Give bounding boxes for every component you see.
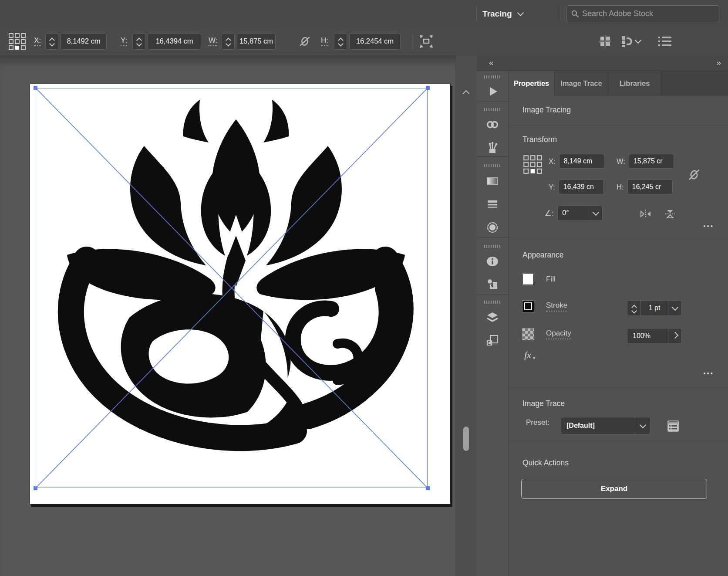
opacity-control[interactable]: 100% <box>627 328 682 344</box>
quick-actions-title: Quick Actions <box>522 458 569 468</box>
scroll-up-icon[interactable] <box>463 90 470 97</box>
transform-w-field[interactable]: 15,875 cr <box>629 154 674 169</box>
preset-value: [Default] <box>561 417 635 434</box>
flip-horizontal-icon[interactable] <box>639 208 652 220</box>
section-divider <box>509 239 728 239</box>
brushes-icon[interactable] <box>486 142 499 155</box>
selection-handle-top-left[interactable] <box>34 86 37 90</box>
vertical-scrollbar[interactable] <box>455 55 477 576</box>
workspace-switcher[interactable]: Tracing <box>482 0 523 27</box>
actions-play-icon[interactable] <box>486 85 499 98</box>
arrange-documents-icon[interactable] <box>599 27 611 55</box>
opacity-swatch[interactable] <box>522 329 534 340</box>
opacity-expand-arrow[interactable] <box>668 329 681 343</box>
reference-point-grid-icon[interactable] <box>8 27 26 55</box>
stroke-weight-control[interactable]: 1 pt <box>627 300 682 316</box>
tab-properties[interactable]: Properties <box>509 71 555 96</box>
chevron-down-icon <box>517 10 524 17</box>
dock-grip[interactable] <box>484 75 501 78</box>
menubar-separator <box>560 6 560 21</box>
transparency-dashed-circle-icon[interactable] <box>486 221 499 234</box>
fx-effects-button[interactable]: fx ▾ <box>524 349 535 361</box>
y-stepper[interactable] <box>132 27 145 55</box>
links-chain-icon[interactable] <box>486 118 499 131</box>
h-label: H: <box>321 36 328 46</box>
search-input[interactable]: Search Adobe Stock <box>566 5 719 22</box>
w-value-field[interactable]: 15,875 cm <box>237 33 276 50</box>
appearance-more-options[interactable]: ••• <box>703 369 714 377</box>
x-stepper[interactable] <box>45 27 58 55</box>
fill-swatch[interactable] <box>522 274 534 285</box>
w-stepper[interactable] <box>222 27 235 55</box>
stroke-weight-dropdown[interactable] <box>668 301 681 315</box>
properties-panel: Properties Image Trace Libraries Image T… <box>509 71 728 576</box>
info-icon[interactable] <box>486 255 499 268</box>
dock-grip[interactable] <box>484 245 501 248</box>
selection-bounding-box[interactable] <box>36 88 428 488</box>
dock-grip[interactable] <box>484 108 501 111</box>
unlink-proportions-icon[interactable] <box>686 165 702 185</box>
preset-dropdown-arrow[interactable] <box>635 417 650 434</box>
selection-handle-bottom-right[interactable] <box>426 486 430 490</box>
canvas-area[interactable]: Black ornamental tulip flower with swirl… <box>0 55 477 576</box>
chevron-down-icon <box>635 37 642 44</box>
control-bar: X: 8,1492 cm Y: 16,4394 cm W: 15,875 cm … <box>0 27 728 56</box>
stroke-weight-stepper[interactable] <box>627 301 640 315</box>
tab-libraries[interactable]: Libraries <box>608 71 661 96</box>
fill-label: Fill <box>546 275 556 284</box>
constrain-proportions-broken-link-icon[interactable] <box>297 27 312 55</box>
opacity-value[interactable]: 100% <box>627 329 668 343</box>
selection-handle-bottom-left[interactable] <box>34 486 37 490</box>
reference-point-grid-icon[interactable] <box>522 154 543 174</box>
menubar: Tracing Search Adobe Stock <box>0 0 728 28</box>
transform-y-field[interactable]: 16,439 cn <box>559 180 604 194</box>
asset-export-shapes-icon[interactable] <box>486 278 499 291</box>
transform-more-options[interactable]: ••• <box>703 222 714 230</box>
transform-y-label: Y: <box>549 183 555 191</box>
image-trace-section-title: Image Trace <box>522 399 565 408</box>
panel-icon-dock <box>477 71 509 576</box>
transform-h-field[interactable]: 16,245 cr <box>627 180 673 194</box>
x-label: X: <box>34 36 41 46</box>
selection-handle-top-right[interactable] <box>426 86 430 90</box>
panel-menu-list-icon[interactable] <box>658 27 671 55</box>
properties-panel-content: Image Tracing Transform X: 8,149 cm W: 1… <box>509 96 728 576</box>
flip-vertical-icon[interactable] <box>664 208 677 220</box>
fit-artwork-icon[interactable] <box>418 27 435 55</box>
selection-outline <box>36 88 428 488</box>
gradient-icon[interactable] <box>486 174 499 187</box>
y-value-field[interactable]: 16,4394 cm <box>148 33 201 50</box>
transform-x-label: X: <box>549 157 556 166</box>
w-label: W: <box>209 36 217 46</box>
section-divider <box>509 125 728 126</box>
h-stepper[interactable] <box>334 27 347 55</box>
tab-image-trace[interactable]: Image Trace <box>555 71 608 96</box>
fx-dropdown-arrow: ▾ <box>533 356 535 360</box>
stroke-label[interactable]: Stroke <box>546 301 567 312</box>
opacity-label[interactable]: Opacity <box>546 329 571 339</box>
fx-label: fx <box>524 349 531 361</box>
expand-button[interactable]: Expand <box>521 479 707 499</box>
stroke-weight-value[interactable]: 1 pt <box>640 301 668 315</box>
y-label: Y: <box>121 36 127 46</box>
stroke-swatch[interactable] <box>522 301 534 312</box>
artboards-icon[interactable] <box>486 334 499 347</box>
preset-dropdown[interactable]: [Default] <box>561 417 650 434</box>
h-value-field[interactable]: 16,2454 cm <box>349 33 401 50</box>
stroke-lines-icon[interactable] <box>486 197 499 210</box>
dock-grip[interactable] <box>484 301 501 304</box>
workspace-layout-icon[interactable] <box>620 27 640 55</box>
dock-grip[interactable] <box>484 164 501 167</box>
expand-panels-button[interactable]: » <box>716 58 720 68</box>
transform-x-field[interactable]: 8,149 cm <box>559 154 604 169</box>
rotation-dropdown[interactable]: 0° <box>557 205 603 221</box>
collapse-panels-button[interactable]: « <box>489 58 493 68</box>
image-trace-panel-icon[interactable] <box>666 419 680 433</box>
x-value-field[interactable]: 8,1492 cm <box>61 33 107 50</box>
transform-section-title: Transform <box>522 135 557 144</box>
layers-icon[interactable] <box>486 311 499 324</box>
section-divider <box>509 442 728 442</box>
search-icon <box>571 10 580 18</box>
dock-separator <box>477 294 508 295</box>
scrollbar-thumb[interactable] <box>463 427 469 451</box>
